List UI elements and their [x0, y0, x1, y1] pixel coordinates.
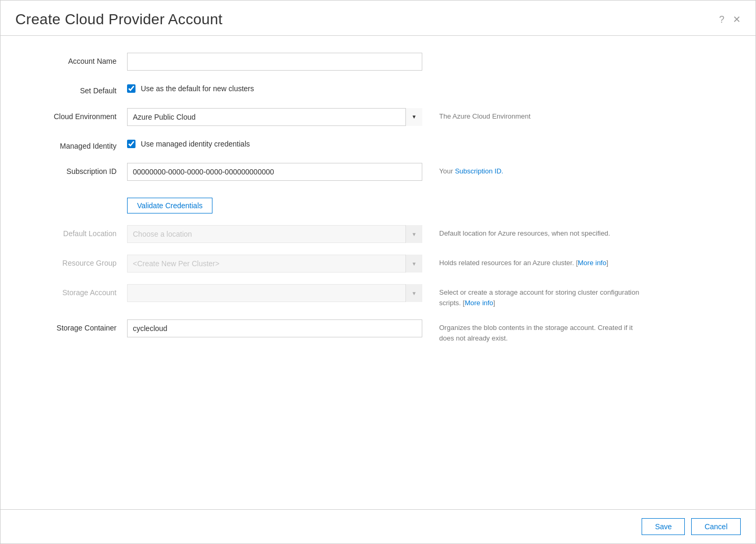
- cloud-environment-row: Cloud Environment Azure Public Cloud Azu…: [22, 108, 734, 126]
- resource-group-select-wrapper: <Create New Per Cluster> ▼: [127, 255, 422, 273]
- account-name-input[interactable]: [127, 53, 422, 71]
- set-default-checkbox[interactable]: [127, 84, 135, 93]
- managed-identity-checkbox[interactable]: [127, 140, 135, 148]
- validate-credentials-hint: [422, 192, 644, 196]
- storage-account-more-info-link[interactable]: More info: [464, 299, 493, 307]
- validate-credentials-button[interactable]: Validate Credentials: [127, 198, 212, 213]
- subscription-id-row: Subscription ID Your Subscription ID.: [22, 163, 734, 181]
- cloud-environment-hint: The Azure Cloud Environment: [422, 108, 644, 122]
- set-default-hint: [422, 82, 644, 85]
- cloud-environment-label: Cloud Environment: [22, 108, 127, 122]
- storage-account-label: Storage Account: [22, 284, 127, 298]
- storage-container-label: Storage Container: [22, 319, 127, 334]
- cancel-button[interactable]: Cancel: [691, 518, 741, 535]
- subscription-id-hint-prefix: Your: [439, 167, 455, 175]
- storage-container-hint: Organizes the blob contents in the stora…: [422, 319, 644, 343]
- save-button[interactable]: Save: [642, 518, 685, 535]
- set-default-label: Set Default: [22, 82, 127, 96]
- close-icon[interactable]: ✕: [733, 15, 741, 24]
- resource-group-select[interactable]: <Create New Per Cluster>: [127, 255, 422, 273]
- subscription-id-label: Subscription ID: [22, 163, 127, 177]
- managed-identity-row: Managed Identity Use managed identity cr…: [22, 138, 734, 152]
- storage-account-select-wrapper: ▼: [127, 284, 422, 302]
- resource-group-row: Resource Group <Create New Per Cluster> …: [22, 255, 734, 273]
- help-icon[interactable]: ?: [719, 15, 724, 24]
- storage-container-control: [127, 319, 422, 337]
- resource-group-label: Resource Group: [22, 255, 127, 269]
- storage-account-select[interactable]: [127, 284, 422, 302]
- dialog-header: Create Cloud Provider Account ? ✕: [1, 1, 755, 36]
- subscription-id-control: [127, 163, 422, 181]
- storage-account-hint-suffix: ]: [493, 299, 496, 307]
- resource-group-hint-suffix: ]: [606, 259, 608, 267]
- cloud-environment-select[interactable]: Azure Public Cloud Azure Government Clou…: [127, 108, 422, 126]
- managed-identity-checkbox-row: Use managed identity credentials: [127, 138, 422, 148]
- default-location-label: Default Location: [22, 225, 127, 239]
- storage-container-row: Storage Container Organizes the blob con…: [22, 319, 734, 343]
- resource-group-control: <Create New Per Cluster> ▼: [127, 255, 422, 273]
- default-location-select[interactable]: Choose a location: [127, 225, 422, 243]
- set-default-checkbox-row: Use as the default for new clusters: [127, 82, 422, 93]
- account-name-row: Account Name: [22, 53, 734, 71]
- storage-container-input[interactable]: [127, 319, 422, 337]
- validate-credentials-spacer: [22, 192, 127, 196]
- resource-group-more-info-link[interactable]: More info: [578, 259, 606, 267]
- subscription-id-hint: Your Subscription ID.: [422, 163, 644, 177]
- account-name-hint: [422, 53, 644, 56]
- set-default-control: Use as the default for new clusters: [127, 82, 422, 93]
- validate-credentials-row: Validate Credentials: [22, 192, 734, 213]
- cloud-environment-control: Azure Public Cloud Azure Government Clou…: [127, 108, 422, 126]
- default-location-select-wrapper: Choose a location ▼: [127, 225, 422, 243]
- subscription-id-link[interactable]: Subscription ID.: [455, 167, 503, 175]
- cloud-environment-select-wrapper: Azure Public Cloud Azure Government Clou…: [127, 108, 422, 126]
- account-name-control: [127, 53, 422, 71]
- managed-identity-label: Managed Identity: [22, 138, 127, 152]
- storage-account-hint: Select or create a storage account for s…: [422, 284, 644, 308]
- storage-account-control: ▼: [127, 284, 422, 302]
- dialog-title: Create Cloud Provider Account: [15, 11, 222, 28]
- resource-group-hint-prefix: Holds related resources for an Azure clu…: [439, 259, 578, 267]
- dialog-footer: Save Cancel: [1, 509, 755, 543]
- default-location-hint: Default location for Azure resources, wh…: [422, 225, 644, 239]
- managed-identity-control: Use managed identity credentials: [127, 138, 422, 148]
- default-location-control: Choose a location ▼: [127, 225, 422, 243]
- managed-identity-checkbox-label: Use managed identity credentials: [141, 140, 250, 148]
- create-cloud-provider-dialog: Create Cloud Provider Account ? ✕ Accoun…: [0, 0, 756, 544]
- storage-account-row: Storage Account ▼ Select or create a sto…: [22, 284, 734, 308]
- header-controls: ? ✕: [719, 15, 741, 24]
- set-default-checkbox-label: Use as the default for new clusters: [141, 84, 254, 93]
- resource-group-hint: Holds related resources for an Azure clu…: [422, 255, 644, 268]
- default-location-row: Default Location Choose a location ▼ Def…: [22, 225, 734, 243]
- subscription-id-input[interactable]: [127, 163, 422, 181]
- account-name-label: Account Name: [22, 53, 127, 67]
- managed-identity-hint: [422, 138, 644, 141]
- dialog-body: Account Name Set Default Use as the defa…: [1, 36, 755, 509]
- set-default-row: Set Default Use as the default for new c…: [22, 82, 734, 96]
- validate-credentials-control: Validate Credentials: [127, 192, 422, 213]
